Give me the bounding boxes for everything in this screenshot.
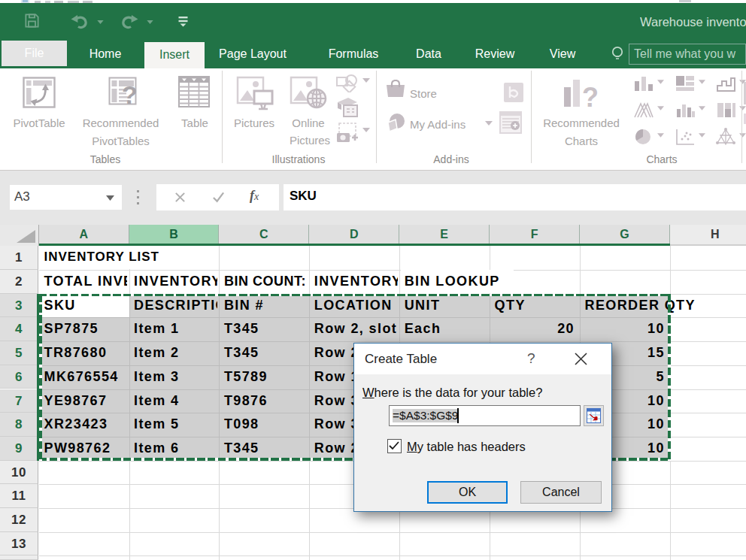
svg-text:?: ? [582,82,599,110]
svg-text:?: ? [122,80,138,108]
